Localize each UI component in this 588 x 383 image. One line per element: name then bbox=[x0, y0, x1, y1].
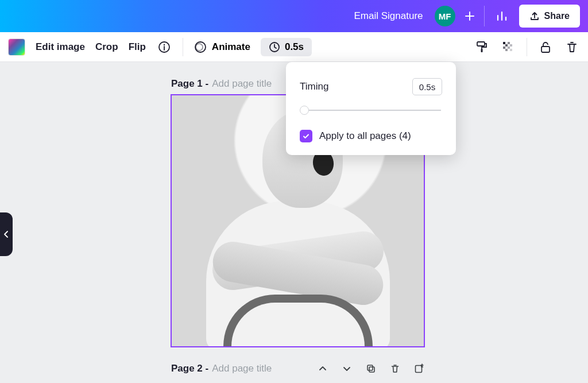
lock-button[interactable] bbox=[537, 39, 554, 55]
page-2-header-row: Page 2 - Add page title bbox=[171, 358, 425, 379]
styles-button[interactable] bbox=[474, 39, 490, 55]
page-1-title-placeholder: Add page title bbox=[212, 78, 272, 90]
check-icon bbox=[302, 132, 310, 140]
collapse-side-panel-button[interactable] bbox=[0, 212, 13, 256]
info-icon bbox=[158, 41, 171, 53]
svg-rect-7 bbox=[503, 42, 505, 44]
svg-rect-8 bbox=[508, 42, 510, 44]
trash-icon bbox=[566, 41, 578, 53]
paint-roller-icon bbox=[475, 40, 489, 54]
timing-slider[interactable] bbox=[300, 106, 442, 115]
svg-rect-14 bbox=[510, 49, 512, 51]
lock-open-icon bbox=[539, 41, 552, 53]
svg-rect-9 bbox=[505, 44, 508, 47]
svg-rect-15 bbox=[541, 47, 550, 52]
svg-rect-11 bbox=[503, 47, 505, 49]
transparency-icon bbox=[502, 41, 514, 53]
apply-all-checkbox[interactable] bbox=[300, 130, 312, 142]
page-2-title-placeholder: Add page title bbox=[212, 363, 272, 374]
color-picker-button[interactable] bbox=[8, 38, 25, 56]
bar-chart-icon bbox=[496, 10, 508, 22]
crop-button[interactable]: Crop bbox=[95, 41, 118, 53]
page-1-prefix: Page 1 - bbox=[171, 78, 208, 90]
avatar[interactable]: MF bbox=[435, 6, 455, 26]
add-collaborator-button[interactable] bbox=[461, 6, 478, 26]
transparency-button[interactable] bbox=[500, 39, 516, 55]
chevron-left-icon bbox=[3, 230, 9, 238]
svg-rect-12 bbox=[508, 47, 510, 49]
svg-rect-10 bbox=[510, 44, 512, 47]
timing-button[interactable]: 0.5s bbox=[261, 38, 312, 56]
document-title[interactable]: Email Signature bbox=[354, 10, 423, 22]
page-2-title-row[interactable]: Page 2 - Add page title bbox=[171, 363, 272, 374]
svg-point-3 bbox=[196, 44, 203, 51]
page-2-actions bbox=[317, 363, 425, 374]
analytics-button[interactable] bbox=[490, 5, 513, 28]
slider-thumb[interactable] bbox=[300, 106, 309, 115]
toolbar-divider bbox=[183, 38, 183, 56]
animate-label: Animate bbox=[212, 41, 250, 53]
move-page-up-button[interactable] bbox=[317, 363, 328, 374]
svg-rect-13 bbox=[505, 49, 508, 51]
page-1-title-row[interactable]: Page 1 - Add page title bbox=[171, 78, 272, 90]
duplicate-icon bbox=[366, 363, 376, 374]
duplicate-page-button[interactable] bbox=[365, 363, 377, 374]
svg-point-1 bbox=[164, 44, 165, 45]
add-page-icon bbox=[414, 363, 424, 374]
apply-all-label: Apply to all pages (4) bbox=[319, 130, 411, 142]
context-toolbar: Edit image Crop Flip Animate 0.5s bbox=[0, 32, 588, 62]
timing-value-label: 0.5s bbox=[285, 41, 304, 53]
toolbar-divider bbox=[527, 38, 527, 56]
timing-label: Timing bbox=[300, 81, 328, 92]
delete-button[interactable] bbox=[564, 39, 580, 55]
timing-input[interactable] bbox=[412, 78, 442, 95]
page-2-prefix: Page 2 - bbox=[171, 363, 208, 374]
add-page-button[interactable] bbox=[413, 363, 425, 374]
svg-rect-6 bbox=[481, 49, 483, 52]
chevron-up-icon bbox=[318, 364, 327, 373]
share-button[interactable]: Share bbox=[519, 5, 580, 28]
plus-icon bbox=[465, 11, 475, 21]
animate-icon bbox=[194, 40, 207, 54]
trash-icon bbox=[390, 363, 400, 374]
slider-track bbox=[301, 110, 441, 111]
flip-button[interactable]: Flip bbox=[129, 41, 146, 53]
edit-image-button[interactable]: Edit image bbox=[36, 41, 85, 53]
share-label: Share bbox=[544, 11, 570, 21]
svg-rect-17 bbox=[369, 367, 374, 372]
svg-rect-5 bbox=[477, 42, 485, 46]
info-button[interactable] bbox=[156, 39, 172, 55]
upload-icon bbox=[529, 11, 540, 21]
move-page-down-button[interactable] bbox=[341, 363, 353, 374]
header-divider bbox=[484, 6, 485, 26]
app-header: Email Signature MF Share bbox=[0, 0, 588, 32]
timing-popover: Timing Apply to all pages (4) bbox=[286, 62, 456, 155]
svg-rect-18 bbox=[416, 366, 422, 373]
clock-icon bbox=[269, 41, 280, 53]
svg-rect-16 bbox=[368, 365, 373, 370]
chevron-down-icon bbox=[342, 364, 351, 373]
animate-button[interactable]: Animate bbox=[194, 40, 250, 54]
delete-page-button[interactable] bbox=[389, 363, 401, 374]
